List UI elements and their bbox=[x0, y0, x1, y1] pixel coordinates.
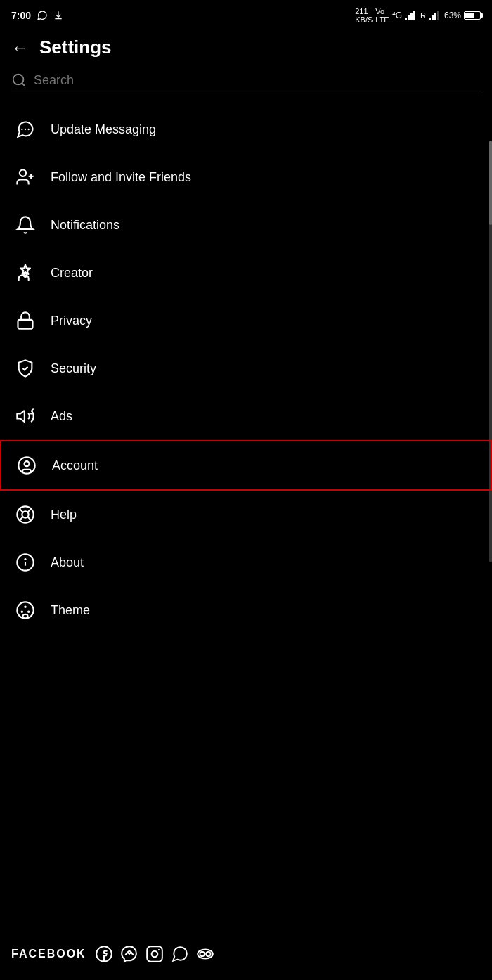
footer-icons bbox=[95, 945, 214, 963]
theme-label: Theme bbox=[51, 603, 90, 618]
update-messaging-label: Update Messaging bbox=[51, 122, 156, 137]
back-button[interactable]: ← bbox=[11, 38, 28, 58]
svg-point-24 bbox=[22, 511, 28, 517]
svg-point-32 bbox=[17, 602, 33, 618]
battery-icon bbox=[464, 11, 481, 20]
svg-point-39 bbox=[158, 949, 160, 950]
menu-item-theme[interactable]: Theme bbox=[0, 586, 492, 634]
star-user-icon bbox=[14, 262, 37, 284]
status-time: 7:00 bbox=[11, 10, 63, 21]
meta-icon bbox=[196, 945, 214, 963]
life-buoy-icon bbox=[14, 503, 37, 526]
svg-line-28 bbox=[20, 517, 23, 520]
facebook-icon bbox=[95, 945, 113, 963]
follow-invite-label: Follow and Invite Friends bbox=[51, 170, 191, 185]
svg-point-11 bbox=[21, 129, 22, 130]
message-circle-icon bbox=[14, 118, 37, 141]
privacy-label: Privacy bbox=[51, 314, 92, 328]
svg-rect-4 bbox=[429, 18, 431, 20]
svg-point-35 bbox=[27, 611, 30, 614]
svg-point-12 bbox=[28, 129, 30, 130]
menu-item-ads[interactable]: Ads bbox=[0, 392, 492, 440]
shield-check-icon bbox=[14, 357, 37, 380]
ads-label: Ads bbox=[51, 409, 72, 424]
status-right: 211KB/S VoLTE ⁴G R 63% bbox=[355, 7, 481, 24]
svg-rect-17 bbox=[18, 320, 33, 329]
settings-header: ← Settings bbox=[0, 28, 492, 72]
svg-rect-3 bbox=[413, 11, 415, 20]
svg-point-18 bbox=[30, 413, 32, 414]
notifications-label: Notifications bbox=[51, 218, 119, 233]
bell-icon bbox=[14, 214, 37, 236]
page-title: Settings bbox=[39, 37, 112, 58]
whatsapp-footer-icon bbox=[171, 945, 189, 963]
creator-label: Creator bbox=[51, 266, 93, 281]
search-input[interactable] bbox=[34, 73, 481, 88]
facebook-brand: FACEBOOK bbox=[11, 948, 86, 960]
signal2-icon bbox=[429, 11, 441, 20]
info-circle-icon bbox=[14, 551, 37, 574]
svg-point-13 bbox=[20, 170, 26, 176]
menu-item-security[interactable]: Security bbox=[0, 344, 492, 392]
svg-rect-7 bbox=[437, 11, 439, 20]
download-status-icon bbox=[53, 11, 63, 20]
svg-point-42 bbox=[206, 952, 211, 957]
svg-rect-5 bbox=[432, 15, 434, 20]
svg-rect-1 bbox=[408, 15, 410, 20]
account-label: Account bbox=[52, 458, 98, 473]
menu-item-about[interactable]: About bbox=[0, 539, 492, 586]
instagram-icon bbox=[145, 945, 164, 963]
svg-point-21 bbox=[18, 457, 34, 473]
svg-rect-0 bbox=[405, 18, 407, 20]
megaphone-icon bbox=[14, 405, 37, 427]
status-bar: 7:00 211KB/S VoLTE ⁴G R 63% bbox=[0, 0, 492, 28]
menu-item-privacy[interactable]: Privacy bbox=[0, 297, 492, 344]
menu-item-account[interactable]: Account bbox=[0, 440, 492, 491]
whatsapp-status-icon bbox=[37, 10, 48, 21]
menu-item-notifications[interactable]: Notifications bbox=[0, 201, 492, 249]
palette-icon bbox=[14, 599, 37, 621]
messenger-icon bbox=[120, 945, 138, 963]
settings-menu: Update Messaging Follow and Invite Frien… bbox=[0, 100, 492, 640]
svg-rect-37 bbox=[147, 946, 162, 962]
svg-point-34 bbox=[24, 606, 27, 609]
user-plus-icon bbox=[14, 166, 37, 188]
svg-line-25 bbox=[20, 509, 23, 512]
security-label: Security bbox=[51, 361, 96, 376]
svg-point-8 bbox=[13, 75, 24, 85]
svg-line-27 bbox=[27, 509, 31, 512]
lock-icon bbox=[14, 309, 37, 332]
svg-point-22 bbox=[25, 461, 30, 466]
footer: FACEBOOK bbox=[11, 945, 481, 963]
search-icon bbox=[11, 72, 27, 88]
menu-item-update-messaging[interactable]: Update Messaging bbox=[0, 105, 492, 153]
svg-point-38 bbox=[151, 951, 157, 958]
menu-item-creator[interactable]: Creator bbox=[0, 249, 492, 297]
svg-point-33 bbox=[21, 611, 23, 614]
help-label: Help bbox=[51, 508, 77, 522]
svg-line-9 bbox=[22, 83, 25, 86]
svg-point-41 bbox=[200, 952, 205, 957]
search-container bbox=[11, 72, 481, 94]
user-circle-icon bbox=[15, 454, 38, 477]
svg-line-19 bbox=[32, 409, 33, 411]
about-label: About bbox=[51, 555, 84, 570]
svg-point-10 bbox=[25, 129, 26, 130]
menu-item-follow-invite[interactable]: Follow and Invite Friends bbox=[0, 153, 492, 201]
menu-item-help[interactable]: Help bbox=[0, 491, 492, 539]
svg-line-26 bbox=[27, 517, 31, 520]
svg-rect-2 bbox=[410, 13, 413, 20]
signal-icon bbox=[405, 11, 417, 20]
svg-rect-6 bbox=[434, 13, 436, 20]
